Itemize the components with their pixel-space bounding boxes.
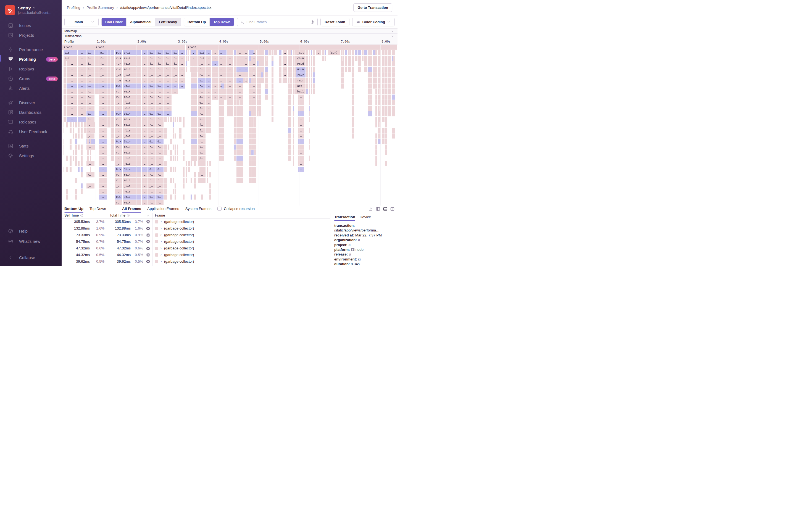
sidebar-item-issues[interactable]: Issues [0,21,62,31]
transaction-section-header[interactable]: Transaction [62,34,398,39]
details-tab-device[interactable]: Device [360,215,371,221]
sidebar-item-discover[interactable]: Discover [0,98,62,108]
transaction-label: Transaction [64,34,81,38]
detail-label: platform: [334,247,350,252]
minimap-section-header[interactable]: Minimap [62,29,398,34]
frame-settings-gear-icon[interactable] [146,253,150,257]
layout-right-panel-icon[interactable] [390,207,395,211]
frame-settings-gear-icon[interactable] [146,227,150,230]
total-time-value: 44.32ms [102,253,131,257]
layout-left-panel-icon[interactable] [376,207,380,211]
column-self-time[interactable]: Self Time [64,213,83,217]
sidebar-item-crons[interactable]: Cronsbeta [0,74,62,83]
expand-chevron-icon[interactable]: › [160,246,162,250]
thread-selector[interactable]: main [64,18,99,26]
sort-direction-icon[interactable] [146,213,150,217]
frame-settings-gear-icon[interactable] [146,260,150,264]
collapse-recursion-checkbox[interactable] [217,207,222,211]
reset-zoom-button[interactable]: Reset Zoom [320,18,349,26]
breadcrumb-profiling[interactable]: Profiling [67,5,80,10]
sidebar-item-projects[interactable]: Projects [0,31,62,40]
expand-chevron-icon[interactable]: › [160,259,162,263]
detail-label: release: [334,252,348,256]
chevron-down-icon [391,29,395,33]
self-time-value: 132.88ms [62,226,90,230]
expand-chevron-icon[interactable]: › [160,232,162,237]
sidebar-item-stats[interactable]: Stats [0,141,62,151]
go-to-transaction-button[interactable]: Go to Transaction [353,3,392,12]
sort-option-alphabetical[interactable]: Alphabetical [126,18,155,26]
tab-system-frames[interactable]: System Frames [185,206,212,213]
time-tick-label: 1.00s [97,40,106,43]
table-row[interactable]: 73.33ms0.9%73.33ms0.9%›(garbage collecto… [62,232,330,239]
total-time-percent: 3.7% [131,220,143,224]
tab-application-frames[interactable]: Application Frames [147,206,179,213]
table-row[interactable]: 39.62ms0.5%39.62ms0.5%›(garbage collecto… [62,258,330,265]
sidebar-item-help[interactable]: Help [0,226,62,236]
frame-settings-gear-icon[interactable] [146,240,150,244]
sidebar-item-label: Issues [19,23,31,28]
profiling-icon [8,56,14,62]
profile-time-axis: Profile 1.00s2.00s3.00s4.00s5.00s6.00s7.… [62,39,398,44]
org-switcher[interactable]: Sentry jonas.badalic@sent… [0,0,62,18]
sidebar-item-profiling[interactable]: Profilingbeta [0,54,62,64]
column-total-time[interactable]: Total Time [110,213,130,217]
table-row[interactable]: 132.88ms1.6%132.88ms1.6%›(garbage collec… [62,225,330,232]
tab-all-frames[interactable]: All Frames [122,206,141,213]
table-row[interactable]: 305.53ms3.7%305.53ms3.7%›(garbage collec… [62,218,330,225]
sidebar-item-dashboards[interactable]: Dashboards [0,108,62,117]
sidebar-item-performance[interactable]: Performance [0,45,62,54]
frame-settings-gear-icon[interactable] [146,233,150,237]
breadcrumb: Profiling › Profile Summary › /static/ap… [67,5,211,10]
detail-label: duration: [334,262,350,266]
find-frames-search[interactable] [237,18,318,26]
layout-bottom-panel-icon[interactable] [383,207,387,211]
sort-option-left-heavy[interactable]: Left Heavy [155,18,181,26]
breadcrumb-profile-summary[interactable]: Profile Summary [87,5,114,10]
breadcrumb-separator: › [117,5,118,10]
flamegraph-canvas[interactable] [62,44,397,206]
tab-bottom-up[interactable]: Bottom Up [64,206,83,213]
detail-value: ø [348,243,351,247]
tab-top-down[interactable]: Top Down [90,206,106,213]
sidebar-item-label: Dashboards [19,110,41,115]
expand-chevron-icon[interactable]: › [160,226,162,230]
frame-settings-gear-icon[interactable] [146,220,150,224]
frame-settings-gear-icon[interactable] [146,246,150,250]
detail-row-duration: duration: 8.34s [334,262,398,266]
expand-chevron-icon[interactable]: › [160,219,162,224]
sidebar-item-what-s-new[interactable]: What's new [0,236,62,246]
column-frame[interactable]: Frame [155,213,165,217]
total-time-value: 73.33ms [102,233,131,237]
details-rows: transaction: /static/app/views/performa…… [334,223,398,266]
frames-table-header: Self Time Total Time Frame [62,213,330,218]
direction-option-bottom-up[interactable]: Bottom Up [184,18,209,26]
sidebar-item-label: Profiling [19,57,36,62]
sidebar-item-replays[interactable]: Replays [0,64,62,74]
beta-badge: beta [46,77,58,81]
table-row[interactable]: 54.75ms0.7%54.75ms0.7%›(garbage collecto… [62,239,330,245]
sidebar-item-label: User Feedback [19,129,47,134]
sidebar-item-releases[interactable]: Releases [0,117,62,127]
beta-badge: beta [46,57,58,62]
bottom-panel-tabbar: Bottom Up Top Down All Frames Applicatio… [62,206,398,213]
color-coding-button[interactable]: Color Coding [352,18,395,26]
sidebar-item-label: Performance [19,47,43,52]
expand-chevron-icon[interactable]: › [160,252,162,256]
collapse-recursion-toggle[interactable]: Collapse recursion [217,206,255,211]
total-time-value: 54.75ms [102,240,131,244]
export-download-icon[interactable] [368,207,373,211]
table-row[interactable]: 47.32ms0.6%47.32ms0.6%›(garbage collecto… [62,245,330,252]
table-row[interactable]: 44.32ms0.5%44.32ms0.5%›(garbage collecto… [62,252,330,258]
sidebar-collapse-button[interactable]: Collapse [0,252,62,263]
search-input[interactable] [246,20,308,24]
expand-chevron-icon[interactable]: › [160,239,162,243]
sidebar-item-user-feedback[interactable]: User Feedback [0,127,62,136]
sort-option-call-order[interactable]: Call Order [102,18,126,26]
whats-new-icon [8,239,14,244]
direction-option-top-down[interactable]: Top Down [209,18,234,26]
sidebar-item-settings[interactable]: Settings [0,151,62,160]
releases-icon [8,119,14,125]
details-tab-transaction[interactable]: Transaction [334,215,355,221]
sidebar-item-alerts[interactable]: Alerts [0,83,62,93]
